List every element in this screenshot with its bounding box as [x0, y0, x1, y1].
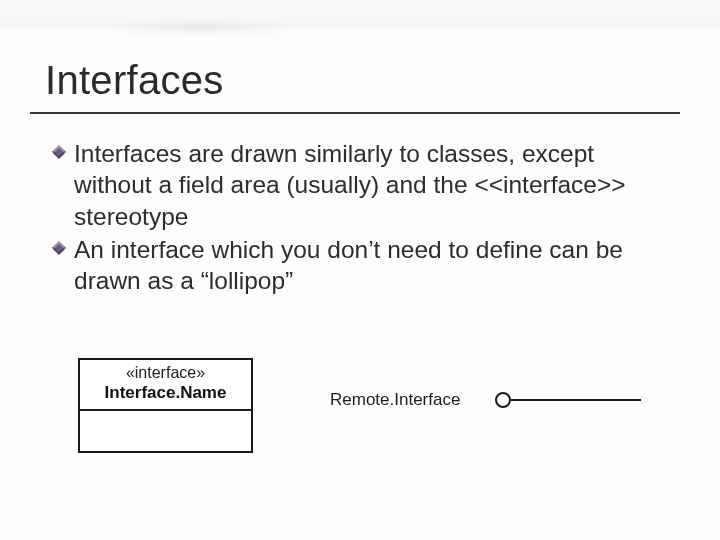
title-underline — [30, 112, 680, 114]
slide-title: Interfaces — [45, 58, 224, 103]
uml-class-name: Interface.Name — [84, 383, 247, 403]
uml-interface-box: «interface» Interface.Name — [78, 358, 253, 453]
uml-header: «interface» Interface.Name — [80, 360, 251, 411]
bullet-text: Interfaces are drawn similarly to classe… — [74, 140, 626, 230]
bullet-text: An interface which you don’t need to def… — [74, 236, 623, 294]
list-item: An interface which you don’t need to def… — [60, 234, 660, 297]
lollipop-line — [511, 399, 641, 401]
uml-body-empty — [80, 411, 251, 451]
decorative-shadow — [86, 20, 316, 36]
bullet-list: Interfaces are drawn similarly to classe… — [60, 138, 660, 299]
lollipop-notation: Remote.Interface — [330, 388, 660, 416]
list-item: Interfaces are drawn similarly to classe… — [60, 138, 660, 232]
lollipop-label: Remote.Interface — [330, 390, 460, 410]
lollipop-ball-icon — [495, 392, 511, 408]
uml-stereotype: «interface» — [84, 364, 247, 382]
